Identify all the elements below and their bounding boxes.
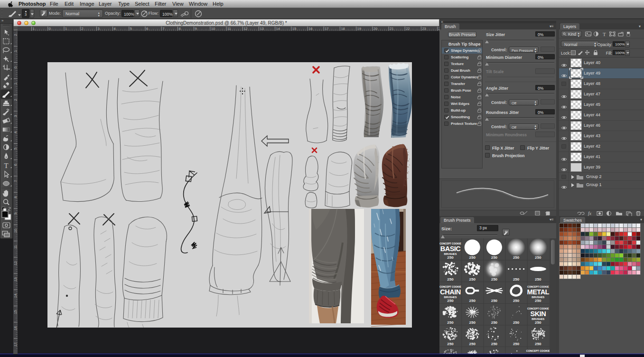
svg-text:250: 250 [513,255,520,260]
svg-text:13: 13 [260,27,263,31]
svg-text:17: 17 [325,27,328,31]
svg-text:9: 9 [13,213,18,215]
svg-text:10: 10 [211,27,215,31]
svg-text:250: 250 [513,342,520,346]
svg-text:8: 8 [13,197,18,198]
svg-text:250: 250 [469,342,476,346]
svg-text:1: 1 [13,50,18,52]
svg-text:SKIN: SKIN [530,310,546,318]
svg-text:21: 21 [390,27,393,31]
svg-text:6: 6 [13,164,18,166]
svg-text:12: 12 [243,27,247,31]
svg-text:4: 4 [13,132,18,133]
svg-text:5: 5 [13,148,18,150]
svg-text:3: 3 [13,115,18,117]
svg-text:CONCEPT COOKIE: CONCEPT COOKIE [526,349,550,352]
svg-text:BASIC: BASIC [440,245,461,253]
svg-text:22: 22 [406,27,410,31]
svg-text:METAL: METAL [527,288,550,296]
svg-text:1: 1 [13,83,18,85]
svg-text:7: 7 [13,180,18,182]
svg-text:0: 0 [13,66,18,68]
svg-text:250: 250 [447,320,454,325]
svg-text:18: 18 [341,27,345,31]
svg-text:20: 20 [373,27,377,31]
svg-text:250: 250 [447,342,454,346]
svg-text:250: 250 [469,277,476,282]
svg-text:250: 250 [491,342,498,346]
svg-text:250: 250 [491,299,498,303]
svg-text:14: 14 [276,27,280,31]
svg-text:250: 250 [535,342,541,346]
svg-text:250: 250 [491,320,498,325]
svg-text:250: 250 [535,277,541,282]
svg-text:250: 250 [513,299,520,303]
svg-text:15: 15 [292,27,296,31]
svg-text:23: 23 [422,27,426,31]
svg-text:T: T [603,31,606,37]
svg-text:CHAIN: CHAIN [440,288,460,296]
svg-text:19: 19 [357,27,361,31]
svg-text:250: 250 [535,320,541,325]
svg-text:250: 250 [469,320,476,325]
svg-text:250: 250 [535,299,541,303]
svg-text:250: 250 [447,277,454,282]
svg-text:T: T [4,162,8,169]
svg-text:250: 250 [447,255,454,260]
svg-text:250: 250 [469,299,476,303]
svg-text:16: 16 [308,27,312,31]
svg-text:2: 2 [13,99,18,101]
svg-text:250: 250 [447,299,454,303]
svg-text:250: 250 [491,277,498,282]
svg-text:fx: fx [588,211,592,216]
svg-text:250: 250 [469,255,476,260]
svg-text:2: 2 [13,34,18,36]
svg-text:250: 250 [535,255,541,260]
svg-text:250: 250 [491,255,498,260]
svg-text:250: 250 [513,320,520,325]
svg-text:250: 250 [513,277,520,282]
